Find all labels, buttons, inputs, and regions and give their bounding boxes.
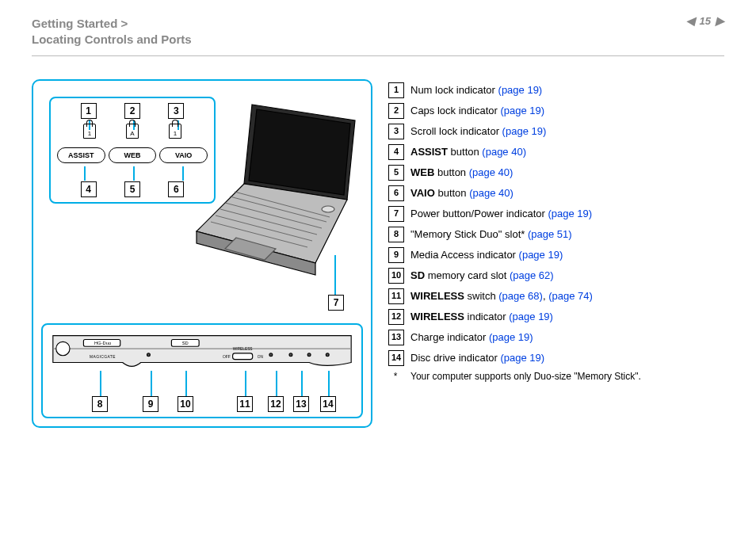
legend-list: 1Num lock indicator (page 19)2Caps lock … (388, 79, 724, 518)
callout-2: 2 (124, 103, 140, 119)
callout-6: 6 (168, 181, 184, 197)
legend-row: 13Charge indicator (page 19) (388, 330, 724, 345)
page-link[interactable]: (page 40) (469, 187, 514, 199)
legend-row: 8"Memory Stick Duo" slot* (page 51) (388, 227, 724, 242)
legend-row: 3Scroll lock indicator (page 19) (388, 124, 724, 139)
assist-button-icon: ASSIST (57, 147, 105, 163)
breadcrumb-line2: Locating Controls and Ports (32, 32, 724, 48)
leader-line (133, 166, 135, 181)
svg-point-11 (322, 206, 334, 212)
legend-text: ASSIST button (page 40) (410, 146, 526, 158)
legend-number: 4 (388, 144, 404, 160)
leader-line (185, 371, 187, 398)
callout-3: 3 (168, 103, 184, 119)
callout-4: 4 (81, 181, 97, 197)
legend-number: 10 (388, 268, 404, 284)
legend-text: VAIO button (page 40) (410, 187, 514, 200)
legend-text: WIRELESS indicator (page 19) (410, 311, 553, 323)
legend-number: 2 (388, 103, 404, 119)
page-header: Getting Started > Locating Controls and … (32, 16, 724, 56)
page-link[interactable]: (page 68) (498, 290, 543, 302)
legend-row: 7Power button/Power indicator (page 19) (388, 206, 724, 222)
front-edge-illustration: HG-Duo MAGICGATE SD WIRELESS OFF ON (49, 331, 355, 371)
prev-page-arrow-icon[interactable]: ◀ (686, 14, 695, 27)
legend-number: 11 (388, 288, 404, 304)
legend-text: Num lock indicator (page 19) (410, 84, 542, 97)
legend-row: 11WIRELESS switch (page 68), (page 74) (388, 288, 724, 304)
leader-line (245, 371, 246, 398)
legend-number: 14 (388, 350, 404, 366)
front-edge-inset: HG-Duo MAGICGATE SD WIRELESS OFF ON 8 (41, 323, 363, 418)
callout-14: 14 (320, 396, 336, 412)
leader-line (182, 166, 184, 181)
laptop-illustration (189, 97, 363, 295)
legend-row: 9Media Access indicator (page 19) (388, 247, 724, 263)
page-number-nav: ◀ 15 ▶ (686, 14, 724, 27)
page-link[interactable]: (page 19) (509, 311, 553, 322)
legend-bold: WIRELESS (410, 311, 464, 322)
footnote-text: Your computer supports only Duo-size "Me… (410, 371, 641, 382)
numlock-icon: 1 (83, 124, 96, 139)
callout-9: 9 (143, 396, 158, 412)
legend-number: 6 (388, 185, 404, 201)
page-link[interactable]: (page 62) (510, 269, 554, 281)
svg-point-18 (289, 353, 292, 357)
legend-row: 14Disc drive indicator (page 19) (388, 350, 724, 366)
legend-number: 1 (388, 82, 404, 98)
legend-row: 6VAIO button (page 40) (388, 185, 724, 201)
leader-line (276, 371, 277, 398)
legend-text: SD memory card slot (page 62) (410, 269, 554, 282)
page-link[interactable]: (page 40) (482, 146, 526, 158)
page-link[interactable]: (page 19) (498, 84, 543, 96)
legend-text: Disc drive indicator (page 19) (410, 352, 544, 364)
label-sd: SD (182, 341, 189, 345)
legend-text: WIRELESS switch (page 68), (page 74) (410, 290, 593, 303)
legend-number: 7 (388, 206, 404, 222)
legend-text: Power button/Power indicator (page 19) (410, 208, 592, 220)
leader-line (151, 371, 152, 398)
footnote-mark: * (388, 371, 403, 382)
legend-row: 10SD memory card slot (page 62) (388, 268, 724, 284)
legend-number: 12 (388, 309, 404, 325)
page-link[interactable]: (page 19) (489, 331, 533, 343)
leader-line (301, 371, 303, 398)
callout-11: 11 (237, 396, 253, 412)
scrolllock-icon: 1 (169, 124, 181, 139)
label-on: ON (258, 355, 264, 359)
leader-line (100, 371, 101, 398)
svg-point-17 (269, 353, 273, 357)
legend-text: Caps lock indicator (page 19) (410, 105, 544, 117)
legend-row: 5WEB button (page 40) (388, 165, 724, 181)
callout-13: 13 (293, 396, 309, 412)
label-off: OFF (223, 355, 231, 359)
page-link[interactable]: (page 19) (548, 208, 592, 219)
page-link[interactable]: (page 19) (500, 105, 544, 116)
callout-10: 10 (178, 396, 193, 412)
capslock-icon: A (126, 124, 139, 139)
page-link[interactable]: (page 74) (548, 290, 593, 302)
callout-12: 12 (268, 396, 284, 412)
page-link[interactable]: (page 19) (519, 249, 563, 261)
web-button-icon: WEB (109, 147, 157, 163)
legend-row: 12WIRELESS indicator (page 19) (388, 309, 724, 325)
svg-rect-15 (233, 353, 253, 360)
page-link[interactable]: (page 40) (469, 166, 514, 178)
leader-line (84, 166, 86, 181)
next-page-arrow-icon[interactable]: ▶ (716, 14, 724, 27)
bottom-callout-labels: 8 9 10 11 12 13 14 (43, 396, 361, 414)
page-number: 15 (700, 15, 711, 27)
legend-row: 1Num lock indicator (page 19) (388, 82, 724, 98)
callout-1: 1 (81, 103, 97, 119)
callout-8: 8 (92, 396, 108, 412)
leader-line (328, 371, 330, 398)
legend-text: "Memory Stick Duo" slot* (page 51) (410, 228, 572, 241)
figure-panel: 1 2 3 1 A 1 ASSIST WEB VAIO 4 5 (32, 79, 372, 428)
legend-text: WEB button (page 40) (410, 166, 513, 179)
page-link[interactable]: (page 19) (502, 125, 547, 137)
breadcrumb: Getting Started > Locating Controls and … (32, 16, 724, 47)
legend-bold: WEB (410, 166, 434, 178)
page-link[interactable]: (page 19) (500, 352, 544, 364)
legend-bold: SD (410, 269, 425, 281)
svg-point-19 (307, 353, 311, 357)
page-link[interactable]: (page 51) (528, 228, 572, 240)
